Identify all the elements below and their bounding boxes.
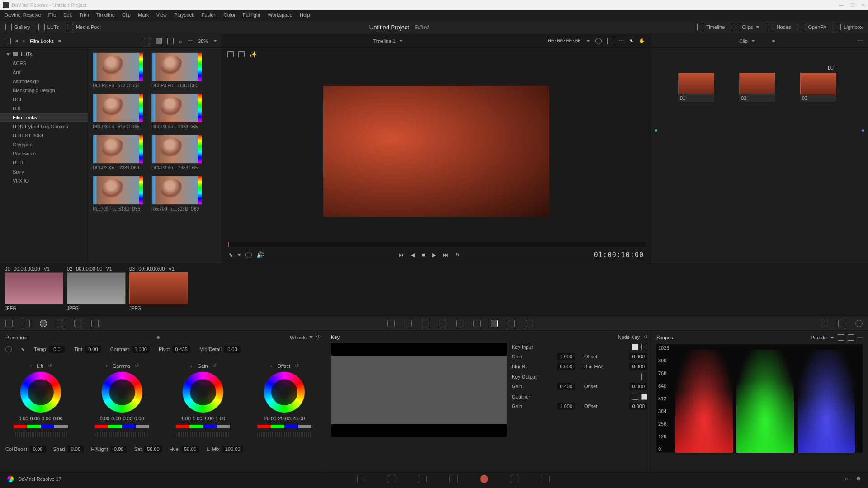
tree-item-olympus[interactable]: Olympus [0, 140, 88, 149]
page-deliver-icon[interactable] [542, 475, 550, 483]
key-gain[interactable]: Gain1.000 [512, 403, 575, 410]
primaries-chevron-icon[interactable] [309, 336, 313, 338]
page-color-icon[interactable] [480, 475, 488, 483]
scopes-more-icon[interactable]: ⋯ [858, 335, 863, 341]
wheel-reset-icon[interactable]: ↺ [135, 363, 139, 369]
pointer-icon[interactable]: ⬉ [629, 38, 633, 44]
menubar[interactable]: DaVinci ResolveFileEditTrimTimelineClipM… [0, 10, 868, 20]
color-wheel[interactable] [20, 371, 61, 413]
wheel-gamma[interactable]: +Gamma↺0.00 0.00 0.00 0.00 [93, 363, 151, 437]
tree-item-red[interactable]: RED [0, 158, 88, 167]
lut-thumb[interactable]: DCI-P3 Ko... 2383 D55 [151, 94, 202, 129]
clip-02[interactable]: 0200:00:00:00V1JPEG [67, 266, 126, 313]
nav-back-icon[interactable] [15, 39, 18, 43]
tree-item-panasonic[interactable]: Panasonic [0, 149, 88, 158]
wheel-gain[interactable]: +Gain↺1.00 1.00 1.00 1.00 [174, 363, 232, 437]
key-offset[interactable]: Offset0.000 [584, 353, 647, 360]
palette-curves-icon[interactable] [387, 320, 395, 327]
adjust-pivot[interactable]: Pivot0.435 [159, 346, 190, 353]
scopes-expand-icon[interactable] [848, 334, 854, 341]
play-icon[interactable]: ▶ [432, 252, 436, 258]
viewer-scrubber[interactable] [227, 242, 645, 247]
toolbar-nodes[interactable]: Nodes [768, 24, 791, 30]
nodes-mode[interactable]: Clip [739, 38, 748, 44]
key-offset[interactable]: Offset0.000 [584, 403, 647, 410]
adjust-shad[interactable]: Shad0.00 [53, 446, 84, 453]
lut-thumb[interactable]: DCI-P3 Ko... 2383 D65 [151, 135, 202, 170]
viewer-wand-icon[interactable]: ✨ [249, 51, 257, 58]
palette-scopes-icon[interactable] [838, 320, 845, 327]
tree-item-sony[interactable]: Sony [0, 167, 88, 176]
palette-camera-icon[interactable] [5, 320, 13, 327]
key-preview[interactable] [331, 343, 507, 437]
scopes-canvas[interactable]: 10238967686405123842561280 [656, 344, 863, 453]
goto-start-icon[interactable]: ⏮ [399, 252, 404, 258]
goto-end-icon[interactable]: ⏭ [443, 252, 448, 258]
minimize-button[interactable]: — [839, 2, 844, 8]
picker-chevron-icon[interactable] [237, 254, 241, 256]
primaries-reset-icon[interactable]: ↺ [316, 334, 320, 340]
scopes-opt1-icon[interactable] [838, 334, 844, 341]
wheel-reset-icon[interactable]: ↺ [48, 363, 52, 369]
key-qual-matte-icon[interactable] [632, 394, 638, 400]
transport-opt-icon[interactable] [245, 252, 252, 258]
palette-warper-icon[interactable] [405, 320, 412, 327]
palette-window-icon[interactable] [439, 320, 446, 327]
node-input-dot[interactable] [655, 129, 657, 132]
playhead-timecode[interactable]: 01:00:10:00 [594, 251, 644, 259]
maximize-button[interactable]: ☐ [850, 2, 855, 8]
wheel-reset-icon[interactable]: ↺ [295, 363, 299, 369]
lut-thumb[interactable]: Rec709 Fu...513DI D60 [151, 176, 202, 211]
toolbar-luts[interactable]: LUTs [38, 24, 59, 30]
key-blurr[interactable]: Blur R.0.000 [512, 363, 575, 370]
tree-item-dji[interactable]: DJI [0, 104, 88, 113]
tree-item-dci[interactable]: DCI [0, 95, 88, 104]
palette-key-icon[interactable] [491, 320, 498, 327]
wheel-picker-icon[interactable]: + [190, 363, 193, 369]
lut-thumb[interactable]: DCI-P3 Fu...513DI D60 [151, 52, 202, 88]
nav-fwd-icon[interactable] [23, 39, 25, 43]
adjust-contrast[interactable]: Contrast1.000 [110, 346, 150, 353]
menu-help[interactable]: Help [300, 12, 310, 18]
key-blurhv[interactable]: Blur H/V0.000 [584, 363, 647, 370]
menu-trim[interactable]: Trim [79, 12, 89, 18]
page-edit-icon[interactable] [419, 475, 427, 483]
key-gain[interactable]: Gain1.000 [512, 353, 575, 360]
palette-rgb-icon[interactable] [74, 320, 81, 327]
palette-hdr-icon[interactable] [57, 320, 64, 327]
tree-item-aces[interactable]: ACES [0, 59, 88, 68]
viewer-opt1-icon[interactable] [595, 38, 602, 44]
viewer-tool1-icon[interactable] [227, 51, 234, 57]
tree-item-vfx-io[interactable]: VFX IO [0, 176, 88, 185]
key-input-invert-icon[interactable] [641, 344, 647, 350]
adjust-hilight[interactable]: Hi/Light0.00 [91, 446, 127, 453]
toolbar-timeline[interactable]: Timeline [697, 24, 725, 30]
lut-thumb[interactable]: DCI-P3 Fu...513DI D65 [93, 94, 143, 129]
toolbar-openfx[interactable]: OpenFX [799, 24, 826, 30]
palette-keyframe-icon[interactable] [821, 320, 828, 327]
wheel-lift[interactable]: +Lift↺0.00 0.00 0.00 0.00 [11, 363, 70, 437]
node-output-dot[interactable] [862, 129, 864, 132]
zoom-chevron-icon[interactable] [213, 40, 217, 42]
toolbar-lightbox[interactable]: Lightbox [835, 24, 863, 30]
nodes-more-icon[interactable]: ⋯ [858, 38, 863, 44]
color-wheel[interactable] [101, 371, 143, 413]
stop-icon[interactable]: ■ [422, 252, 425, 258]
node-label[interactable]: LUT [828, 66, 836, 70]
tree-item-arri[interactable]: Arri [0, 68, 88, 77]
tree-item-astrodesign[interactable]: Astrodesign [0, 77, 88, 86]
palette-sizing-icon[interactable] [508, 320, 515, 327]
wheel-reset-icon[interactable]: ↺ [212, 363, 217, 369]
viewer-opt2-icon[interactable] [607, 38, 613, 44]
toolbar-mediapool[interactable]: Media Pool [67, 24, 101, 30]
clips-strip[interactable]: 0100:00:00:00V1JPEG0200:00:00:00V1JPEG03… [0, 263, 868, 316]
palette-qualifier-icon[interactable] [422, 320, 429, 327]
key-reset-icon[interactable]: ↺ [643, 334, 647, 340]
list-view-icon[interactable] [167, 38, 174, 44]
wheel-jog[interactable] [95, 432, 149, 437]
toolbar-gallery[interactable]: Gallery [5, 24, 30, 30]
menu-mark[interactable]: Mark [138, 12, 149, 18]
menu-view[interactable]: View [156, 12, 167, 18]
panel-mode-icon[interactable] [5, 38, 11, 44]
palette-tracking-icon[interactable] [456, 320, 463, 327]
